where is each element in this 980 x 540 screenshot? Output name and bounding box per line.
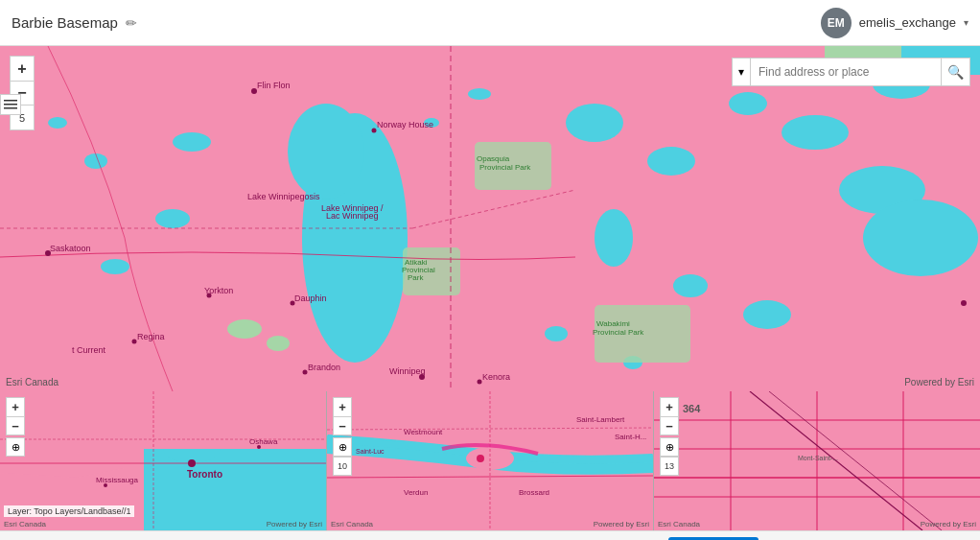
svg-point-17: [84, 153, 107, 169]
svg-point-34: [372, 129, 377, 133]
edit-icon[interactable]: ✏: [126, 15, 137, 31]
svg-point-76: [188, 459, 196, 467]
svg-text:Flin Flon: Flin Flon: [257, 81, 291, 90]
mini2-zoom-level: 10: [333, 457, 352, 476]
mini2-zoom-controls: + − ⊕ 10: [333, 397, 352, 476]
mini2-zoom-in[interactable]: +: [333, 397, 352, 416]
svg-text:Norway House: Norway House: [377, 120, 433, 129]
username[interactable]: emelis_exchange: [859, 15, 956, 30]
mini1-zoom-out[interactable]: −: [6, 416, 25, 435]
svg-point-15: [101, 259, 129, 274]
mini1-zoom-controls: + − ⊕: [6, 397, 25, 457]
svg-point-2: [288, 104, 364, 200]
svg-text:Lake Winnipegosis: Lake Winnipegosis: [247, 192, 320, 201]
svg-point-4: [647, 147, 695, 176]
svg-text:Saint-Luc: Saint-Luc: [356, 448, 385, 455]
svg-rect-67: [4, 107, 17, 109]
minimap-3[interactable]: 364 Mont-Saint-... + − ⊕ 13 Esri Canada …: [654, 391, 980, 530]
mini3-zoom-out[interactable]: −: [660, 416, 679, 435]
main-map: Flin Flon Norway House Saskatoon Dauphin…: [0, 46, 980, 391]
svg-point-79: [257, 445, 261, 449]
svg-text:Verdun: Verdun: [404, 488, 428, 497]
svg-point-28: [227, 319, 262, 339]
search-dropdown-button[interactable]: ▾: [732, 58, 750, 86]
minimap-1[interactable]: Toronto Oshawa Mississauga + − ⊕ Layer: …: [0, 391, 327, 530]
search-input[interactable]: [750, 58, 942, 86]
svg-text:Kenora: Kenora: [482, 372, 510, 382]
mini1-zoom-in[interactable]: +: [6, 397, 25, 416]
svg-point-41: [478, 380, 482, 385]
hide-minimaps-button[interactable]: Hide minimaps: [881, 537, 970, 541]
svg-text:Regina: Regina: [137, 332, 165, 341]
mini2-attr-right: Powered by Esri: [594, 520, 649, 528]
svg-text:Lac Winnipeg: Lac Winnipeg: [326, 211, 379, 221]
sidebar-toggle-button[interactable]: [0, 94, 21, 115]
svg-text:Mont-Saint-...: Mont-Saint-...: [798, 455, 838, 461]
no-background-button[interactable]: No background: [668, 537, 759, 541]
svg-text:Yorkton: Yorkton: [204, 286, 233, 295]
mini2-zoom-search[interactable]: ⊕: [333, 437, 352, 457]
svg-text:Saint-H...: Saint-H...: [615, 433, 646, 441]
svg-text:364: 364: [683, 403, 701, 414]
app-header: Barbie Basemap ✏ EM emelis_exchange ▾: [0, 0, 980, 46]
svg-point-81: [104, 483, 107, 487]
svg-point-3: [566, 104, 623, 142]
svg-text:Provincial Park: Provincial Park: [593, 328, 644, 337]
svg-point-19: [468, 88, 491, 100]
attribution-right: Powered by Esri: [904, 377, 974, 387]
svg-point-43: [961, 300, 967, 306]
svg-point-18: [48, 117, 67, 129]
svg-text:Mississauga: Mississauga: [96, 476, 139, 484]
svg-point-12: [545, 326, 568, 341]
map-canvas: Flin Flon Norway House Saskatoon Dauphin…: [0, 46, 980, 391]
svg-rect-65: [4, 100, 17, 102]
mini3-zoom-controls: + − ⊕ 13: [660, 397, 679, 476]
mini1-attr-left: Esri Canada: [4, 520, 46, 528]
search-button[interactable]: 🔍: [942, 58, 970, 86]
avatar: EM: [821, 8, 852, 38]
zoom-controls: + − 5: [10, 56, 35, 130]
mini3-attr-left: Esri Canada: [658, 520, 700, 528]
bottom-actions: No background Hillshade | Imagery Hide m…: [668, 537, 970, 541]
svg-point-93: [477, 455, 484, 462]
svg-point-6: [782, 115, 849, 150]
mini3-zoom-search[interactable]: ⊕: [660, 437, 679, 457]
minimaps-row: Toronto Oshawa Mississauga + − ⊕ Layer: …: [0, 391, 980, 530]
search-bar: ▾ 🔍: [732, 58, 970, 86]
minimap-2[interactable]: Westmount Saint-Luc Verdun Brossard Sain…: [327, 391, 654, 530]
svg-point-11: [743, 300, 791, 329]
svg-text:Westmount: Westmount: [404, 428, 443, 436]
svg-text:Brossard: Brossard: [519, 488, 549, 497]
mini3-zoom-in[interactable]: +: [660, 397, 679, 416]
svg-text:t Current: t Current: [72, 345, 106, 355]
zoom-in-button[interactable]: +: [10, 56, 35, 81]
mini2-zoom-out[interactable]: −: [333, 416, 352, 435]
hillshade-button[interactable]: Hillshade: [758, 537, 821, 541]
mini1-layer-label: Layer: Topo Layers/Landbase//1: [4, 505, 134, 517]
svg-point-9: [595, 209, 633, 267]
map-title: Barbie Basemap: [12, 14, 118, 31]
bottom-bar: Click on any map to edit that layer. No …: [0, 530, 980, 540]
svg-text:Winnipeg: Winnipeg: [389, 366, 426, 376]
svg-point-29: [267, 336, 290, 351]
svg-point-37: [132, 340, 137, 344]
mini3-attr-right: Powered by Esri: [921, 520, 976, 528]
svg-text:Provincial Park: Provincial Park: [479, 163, 531, 172]
svg-text:Saskatoon: Saskatoon: [50, 244, 91, 253]
imagery-button[interactable]: Imagery: [825, 537, 882, 541]
header-right: EM emelis_exchange ▾: [821, 8, 968, 38]
svg-point-10: [673, 274, 708, 297]
header-left: Barbie Basemap ✏: [12, 14, 137, 31]
attribution-left: Esri Canada: [6, 377, 58, 387]
chevron-down-icon[interactable]: ▾: [964, 17, 968, 28]
svg-text:Wabakimi: Wabakimi: [596, 319, 630, 328]
svg-point-39: [303, 370, 308, 375]
mini1-attr-right: Powered by Esri: [267, 520, 322, 528]
svg-text:Oshawa: Oshawa: [249, 437, 278, 446]
svg-text:Brandon: Brandon: [308, 363, 340, 372]
svg-text:Toronto: Toronto: [187, 469, 222, 480]
svg-point-8: [863, 200, 978, 276]
mini1-zoom-search[interactable]: ⊕: [6, 437, 25, 457]
svg-point-14: [155, 209, 190, 228]
svg-text:Opasquia: Opasquia: [477, 154, 510, 163]
